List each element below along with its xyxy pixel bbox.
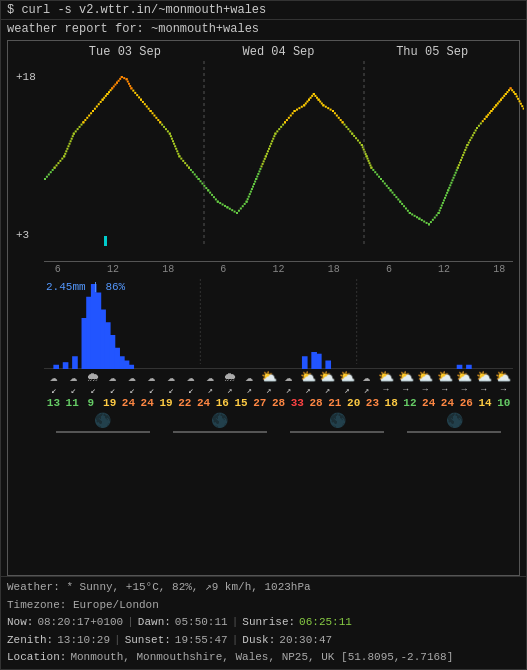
wind-arrow-cell: ↗ xyxy=(220,385,240,396)
rain-label: 2.45mm | 86% xyxy=(46,281,125,293)
wind-arrow-cell: ↗ xyxy=(259,385,279,396)
time-axis: 612186121861218 xyxy=(44,261,513,275)
temp-cell: 24 xyxy=(438,397,457,409)
weather-icon-cell: ☁ xyxy=(279,371,299,384)
temp-cell: 27 xyxy=(250,397,269,409)
weather-icon-cell: ⛅ xyxy=(494,371,514,384)
temp-cell: 12 xyxy=(401,397,420,409)
temp-cell: 23 xyxy=(363,397,382,409)
time-tick: 6 xyxy=(210,264,238,275)
weather-icon-cell: ☁ xyxy=(357,371,377,384)
time-tick xyxy=(182,264,210,275)
dusk-val: 20:30:47 xyxy=(279,632,332,650)
wind-arrow-cell: ↙ xyxy=(44,385,64,396)
dawn-key: Dawn: xyxy=(138,614,171,632)
time-tick: 18 xyxy=(154,264,182,275)
wind-arrow-cell: ↗ xyxy=(200,385,220,396)
time-tick: 6 xyxy=(375,264,403,275)
weather-icon-cell: 🌧 xyxy=(220,371,240,384)
temp-cell: 26 xyxy=(457,397,476,409)
temp-cell: 18 xyxy=(382,397,401,409)
moon-line xyxy=(56,431,150,433)
temp-cell: 22 xyxy=(175,397,194,409)
weather-icon-cell: ⛅ xyxy=(435,371,455,384)
temp-chart xyxy=(44,61,524,251)
zenith-line: Zenith: 13:10:29 | Sunset: 19:55:47 | Du… xyxy=(7,632,520,650)
temp-cell: 19 xyxy=(100,397,119,409)
location-key: Location: xyxy=(7,649,66,667)
wind-arrow-cell: ↙ xyxy=(103,385,123,396)
time-tick xyxy=(292,264,320,275)
moon-line xyxy=(173,431,267,433)
now-val: 08:20:17+0100 xyxy=(37,614,123,632)
weather-icon-cell: ☁ xyxy=(103,371,123,384)
moon-row: 🌑🌑🌑🌑 xyxy=(44,412,513,433)
sunrise-key: Sunrise: xyxy=(242,614,295,632)
wind-arrow-cell: ↗ xyxy=(239,385,259,396)
moon-line xyxy=(407,431,501,433)
wind-arrow-cell: ↙ xyxy=(64,385,84,396)
moon-icon: 🌑 xyxy=(329,412,346,429)
temp-cell: 28 xyxy=(307,397,326,409)
time-tick xyxy=(237,264,265,275)
wind-arrow-cell: → xyxy=(376,385,396,396)
wind-arrow-cell: ↙ xyxy=(161,385,181,396)
header-line: weather report for: ~monmouth+wales xyxy=(1,20,526,40)
temp-cell: 24 xyxy=(138,397,157,409)
weather-icon-cell: ☁ xyxy=(64,371,84,384)
weather-icon-cell: ⛅ xyxy=(396,371,416,384)
moon-cell: 🌑 xyxy=(161,412,278,433)
temp-cell: 24 xyxy=(119,397,138,409)
dawn-val: 05:50:11 xyxy=(175,614,228,632)
wind-arrow-cell: → xyxy=(454,385,474,396)
time-tick: 12 xyxy=(265,264,293,275)
temp-cell: 21 xyxy=(325,397,344,409)
time-tick: 12 xyxy=(430,264,458,275)
now-line: Now: 08:20:17+0100 | Dawn: 05:50:11 | Su… xyxy=(7,614,520,632)
location-val: Monmouth, Monmouthshire, Wales, NP25, UK… xyxy=(70,649,453,667)
temp-cell: 15 xyxy=(232,397,251,409)
weather-icon-cell: ⛅ xyxy=(415,371,435,384)
wind-arrow-cell: → xyxy=(494,385,514,396)
weather-icon-cell: ⛅ xyxy=(376,371,396,384)
weather-icon-cell: ⛅ xyxy=(318,371,338,384)
dusk-key: Dusk: xyxy=(242,632,275,650)
time-tick: 12 xyxy=(99,264,127,275)
temp-cell: 24 xyxy=(419,397,438,409)
temp-low-label: +3 xyxy=(16,229,29,241)
rain-area: 2.45mm | 86% xyxy=(44,279,513,369)
moon-cell: 🌑 xyxy=(279,412,396,433)
day-label-wed: Wed 04 Sep xyxy=(202,45,356,59)
sunset-val: 19:55:47 xyxy=(175,632,228,650)
sunrise-val: 06:25:11 xyxy=(299,614,352,632)
report-header: weather report for: ~monmouth+wales xyxy=(7,22,259,36)
timezone-status: Timezone: Europe/London xyxy=(7,597,520,615)
icon-row: ☁☁🌧☁☁☁☁☁☁🌧☁⛅☁⛅⛅⛅☁⛅⛅⛅⛅⛅⛅⛅ xyxy=(44,371,513,384)
weather-icon-cell: ☁ xyxy=(142,371,162,384)
weather-icon-cell: ☁ xyxy=(44,371,64,384)
moon-icon: 🌑 xyxy=(211,412,228,429)
weather-icon-cell: ☁ xyxy=(239,371,259,384)
temp-cell: 10 xyxy=(494,397,513,409)
wind-arrow-cell: ↗ xyxy=(279,385,299,396)
temp-cell: 33 xyxy=(288,397,307,409)
temp-cell: 9 xyxy=(82,397,101,409)
time-tick xyxy=(348,264,376,275)
wind-arrow-cell: ↗ xyxy=(318,385,338,396)
weather-icon-cell: ☁ xyxy=(122,371,142,384)
temp-cell: 16 xyxy=(213,397,232,409)
temp-chart-area: +18 +3 xyxy=(14,61,513,261)
temp-high-label: +18 xyxy=(16,71,36,83)
wind-arrow-cell: ↙ xyxy=(122,385,142,396)
time-tick: 18 xyxy=(486,264,514,275)
now-key: Now: xyxy=(7,614,33,632)
temp-cell: 28 xyxy=(269,397,288,409)
day-labels: Tue 03 Sep Wed 04 Sep Thu 05 Sep xyxy=(8,41,519,61)
time-tick: 6 xyxy=(44,264,72,275)
wind-arrow-cell: ↗ xyxy=(298,385,318,396)
moon-cell: 🌑 xyxy=(396,412,513,433)
temp-cell: 19 xyxy=(157,397,176,409)
time-tick: 18 xyxy=(320,264,348,275)
terminal: $ curl -s v2.wttr.in/~monmouth+wales wea… xyxy=(0,0,527,670)
day-label-thu: Thu 05 Sep xyxy=(355,45,509,59)
